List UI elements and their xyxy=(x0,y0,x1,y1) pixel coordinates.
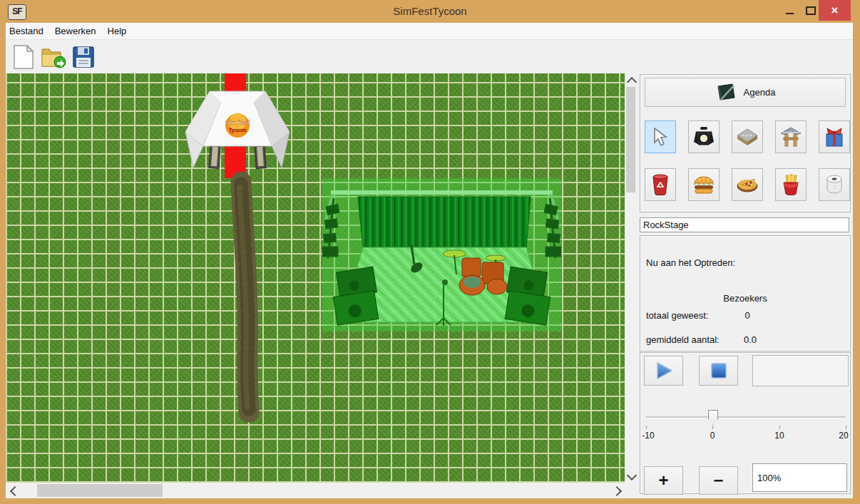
road-tile-icon xyxy=(736,128,759,146)
minus-icon: − xyxy=(713,472,723,489)
stage-preview[interactable] xyxy=(322,178,561,331)
close-icon: × xyxy=(831,0,839,21)
scroll-up-icon[interactable] xyxy=(627,77,637,87)
close-button[interactable]: × xyxy=(819,0,851,21)
save-file-button[interactable] xyxy=(70,43,97,71)
slider-tick xyxy=(846,426,846,429)
visitors-header: Bezoekers xyxy=(640,293,850,304)
tool-burger-button[interactable] xyxy=(688,168,720,201)
total-visitors-value: 0 xyxy=(719,310,776,321)
maximize-icon xyxy=(806,6,816,15)
stop-button[interactable] xyxy=(699,356,738,386)
speaker-stack-right xyxy=(505,267,551,325)
zoom-in-button[interactable]: + xyxy=(644,466,683,495)
new-file-icon xyxy=(13,45,34,69)
vertical-scroll-thumb[interactable] xyxy=(626,87,635,192)
festival-map-canvas[interactable]: SimFest Tycoon xyxy=(6,73,625,483)
agenda-book-icon xyxy=(715,83,737,102)
toilet-paper-icon xyxy=(824,174,844,195)
pizza-icon xyxy=(736,175,759,194)
tent-logo-text-2: Tycoon xyxy=(229,128,246,133)
play-button[interactable] xyxy=(644,356,683,386)
turnstile-right xyxy=(255,145,266,169)
entrance-tent[interactable]: SimFest Tycoon xyxy=(184,88,291,175)
minimize-button[interactable] xyxy=(779,0,800,21)
window-title: SimFestTycoon xyxy=(0,0,860,23)
menu-bestand[interactable]: Bestand xyxy=(6,23,49,39)
tool-trash-bin-button[interactable] xyxy=(645,168,676,201)
tool-road-button[interactable] xyxy=(732,120,763,153)
agenda-label: Agenda xyxy=(744,87,776,98)
horizontal-scrollbar[interactable] xyxy=(6,483,625,498)
open-file-icon xyxy=(41,45,66,69)
speed-slider-thumb[interactable] xyxy=(708,410,718,425)
slider-label-max: 20 xyxy=(839,431,848,441)
minimize-icon xyxy=(786,13,794,14)
horizontal-scroll-thumb[interactable] xyxy=(37,484,163,497)
menu-bewerken[interactable]: Bewerken xyxy=(49,23,102,39)
now-performing-label: Nu aan het Optreden: xyxy=(646,257,735,268)
turnstile-left xyxy=(209,145,220,169)
menu-bar: Bestand Bewerken Help xyxy=(6,23,853,40)
new-file-button[interactable] xyxy=(10,43,37,71)
simulation-controls-group: -10 0 10 20 + − xyxy=(640,352,851,494)
gift-icon xyxy=(824,126,845,148)
slider-label-ten: 10 xyxy=(774,431,784,441)
fries-icon xyxy=(781,174,801,195)
zoom-level-input[interactable] xyxy=(752,463,847,492)
tool-toilet-paper-button[interactable] xyxy=(819,168,850,201)
window-frame-right xyxy=(853,23,860,498)
tool-fries-button[interactable] xyxy=(775,168,807,201)
zoom-out-button[interactable]: − xyxy=(699,466,738,495)
entrance-gate-icon xyxy=(779,126,802,148)
slider-tick xyxy=(779,426,780,429)
vertical-scrollbar[interactable] xyxy=(625,73,637,483)
play-icon xyxy=(655,361,673,380)
title-bar[interactable]: SF SimFestTycoon × xyxy=(0,0,860,23)
speed-slider-track[interactable] xyxy=(646,416,846,418)
slider-label-min: -10 xyxy=(642,431,654,441)
slider-tick xyxy=(646,426,647,429)
tools-group: Agenda xyxy=(640,74,851,212)
tent-logo-text-1: SimFest xyxy=(225,119,250,126)
window-frame-bottom xyxy=(0,498,860,504)
tool-entrance-gate-button[interactable] xyxy=(775,120,807,153)
visitors-stats-group: Nu aan het Optreden: Bezoekers totaal ge… xyxy=(640,235,851,351)
tool-pizza-button[interactable] xyxy=(732,168,763,201)
trash-bin-icon xyxy=(651,174,670,195)
status-panel xyxy=(752,355,849,386)
open-file-button[interactable] xyxy=(40,43,67,71)
toolbar xyxy=(6,40,853,73)
burger-icon xyxy=(692,175,715,195)
stage-name-input[interactable] xyxy=(640,217,849,232)
menu-help[interactable]: Help xyxy=(102,23,133,39)
scroll-down-icon[interactable] xyxy=(627,470,637,480)
total-visitors-label: totaal geweest: xyxy=(646,310,708,321)
slider-tick xyxy=(712,426,713,429)
scroll-right-icon[interactable] xyxy=(612,486,622,496)
speaker-stack-left xyxy=(333,267,379,325)
slider-label-zero: 0 xyxy=(710,431,715,441)
plus-icon: + xyxy=(658,472,668,489)
tool-spotlight-button[interactable] xyxy=(688,120,720,153)
app-window: SF SimFestTycoon × Bestand Bewerken Help xyxy=(0,0,860,504)
cursor-icon xyxy=(651,127,670,147)
spotlight-icon xyxy=(693,126,715,148)
window-frame-left xyxy=(0,23,6,498)
tool-select-button[interactable] xyxy=(645,120,676,153)
tool-gift-button[interactable] xyxy=(819,120,850,153)
stop-icon xyxy=(710,362,727,379)
save-icon xyxy=(72,46,95,68)
average-visitors-label: gemiddeld aantal: xyxy=(646,334,720,345)
scroll-left-icon[interactable] xyxy=(10,486,20,496)
average-visitors-value: 0.0 xyxy=(722,334,779,345)
agenda-button[interactable]: Agenda xyxy=(645,78,846,107)
